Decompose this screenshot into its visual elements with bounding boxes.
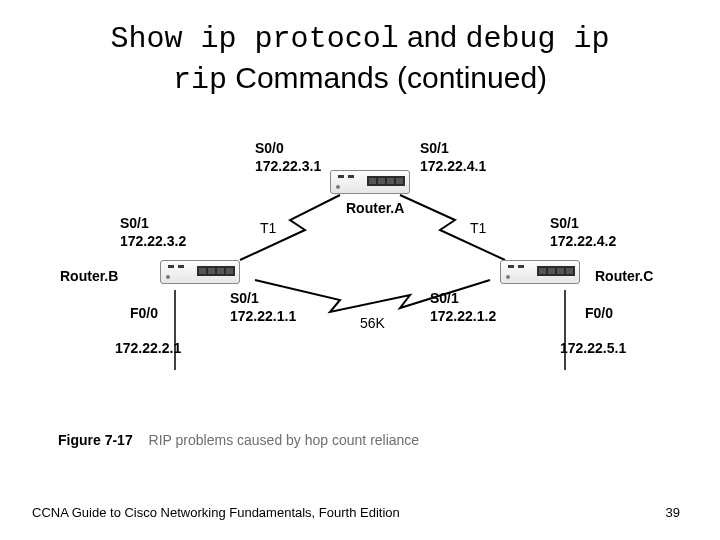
router-a-icon (330, 170, 410, 200)
router-c-label: Router.C (595, 268, 653, 286)
router-b-s01-top: S0/1172.22.3.2 (120, 215, 186, 250)
title-cmd1: Show ip protocol (111, 22, 399, 56)
router-b-f00: F0/0 (130, 305, 158, 323)
router-a-label: Router.A (346, 200, 404, 218)
router-c-lan-ip: 172.22.5.1 (560, 340, 626, 358)
figure-number: Figure 7-17 (58, 432, 133, 448)
title-rest: Commands (continued) (227, 61, 547, 94)
figure-caption: Figure 7-17 RIP problems caused by hop c… (58, 432, 419, 448)
figure-text: RIP problems caused by hop count relianc… (149, 432, 420, 448)
link-bc-label: 56K (360, 315, 385, 333)
link-ab-label: T1 (260, 220, 276, 238)
slide: Show ip protocol and debug ip rip Comman… (0, 0, 720, 540)
router-b-label: Router.B (60, 268, 118, 286)
router-c-s01-left: S0/1172.22.1.2 (430, 290, 496, 325)
link-ac-label: T1 (470, 220, 486, 238)
router-c-f00: F0/0 (585, 305, 613, 323)
router-a-s01: S0/1172.22.4.1 (420, 140, 486, 175)
router-b-icon (160, 260, 240, 290)
router-c-icon (500, 260, 580, 290)
router-a-s00: S0/0172.22.3.1 (255, 140, 321, 175)
page-number: 39 (666, 505, 680, 520)
footer-title: CCNA Guide to Cisco Networking Fundament… (32, 505, 400, 520)
router-c-s01-top: S0/1172.22.4.2 (550, 215, 616, 250)
router-b-s01-right: S0/1172.22.1.1 (230, 290, 296, 325)
title-and: and (399, 20, 466, 53)
slide-title: Show ip protocol and debug ip rip Comman… (0, 18, 720, 99)
router-b-lan-ip: 172.22.2.1 (115, 340, 181, 358)
title-cmd2a: debug ip (465, 22, 609, 56)
title-cmd2b: rip (173, 63, 227, 97)
network-diagram: Router.A S0/0172.22.3.1 S0/1172.22.4.1 R… (60, 140, 660, 440)
